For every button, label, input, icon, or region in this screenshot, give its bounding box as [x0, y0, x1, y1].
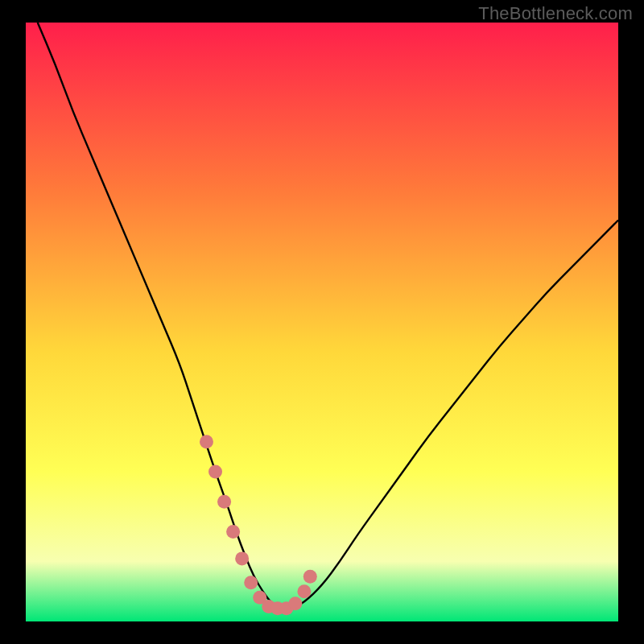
- chart-stage: TheBottleneck.com: [0, 0, 644, 644]
- marker-dot: [297, 584, 311, 598]
- marker-dot: [288, 597, 302, 610]
- bottleneck-chart: [0, 0, 644, 644]
- marker-dot: [226, 525, 240, 539]
- marker-dot: [303, 570, 317, 584]
- gradient-background: [26, 23, 618, 621]
- marker-dot: [200, 435, 213, 448]
- marker-dot: [235, 551, 249, 565]
- marker-dot: [208, 465, 222, 479]
- marker-dot: [217, 495, 231, 509]
- marker-dot: [244, 576, 258, 589]
